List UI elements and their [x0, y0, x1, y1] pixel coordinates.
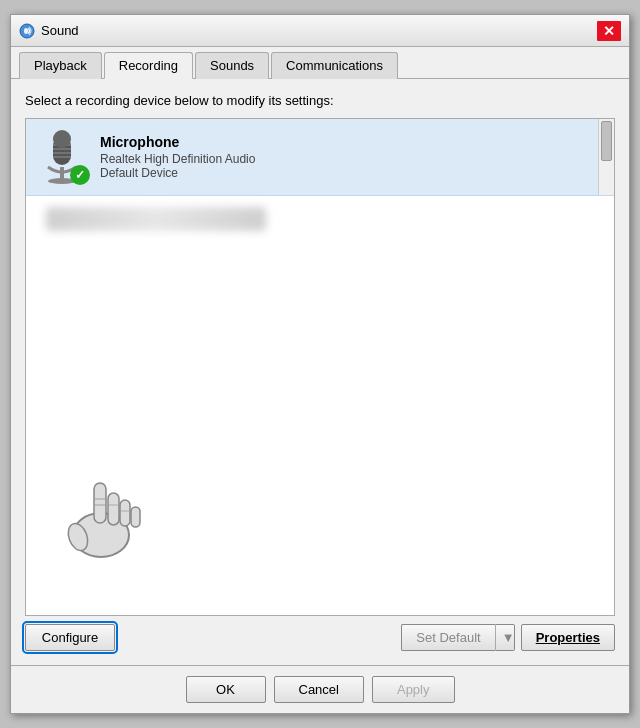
- svg-rect-11: [94, 483, 106, 523]
- hand-cursor-illustration: [56, 465, 146, 565]
- svg-rect-3: [60, 167, 64, 181]
- tab-playback[interactable]: Playback: [19, 52, 102, 79]
- scrollbar-thumb: [601, 121, 612, 161]
- svg-rect-13: [120, 500, 130, 526]
- device-status: Default Device: [100, 166, 608, 180]
- device-button-row: Configure Set Default ▼ Properties: [25, 616, 615, 655]
- svg-point-9: [53, 130, 71, 148]
- apply-button[interactable]: Apply: [372, 676, 455, 703]
- tab-bar: Playback Recording Sounds Communications: [11, 47, 629, 79]
- sound-dialog: Sound ✕ Playback Recording Sounds Commun…: [10, 14, 630, 714]
- ok-button[interactable]: OK: [186, 676, 266, 703]
- set-default-dropdown[interactable]: ▼: [495, 624, 515, 651]
- properties-button[interactable]: Properties: [521, 624, 615, 651]
- close-button[interactable]: ✕: [597, 21, 621, 41]
- set-default-wrap: Set Default ▼: [401, 624, 514, 651]
- svg-rect-12: [108, 493, 119, 525]
- device-icon-area: ✓: [32, 127, 92, 187]
- default-check-icon: ✓: [70, 165, 90, 185]
- device-list: ✓ Microphone Realtek High Definition Aud…: [25, 118, 615, 616]
- svg-rect-14: [131, 507, 140, 527]
- tab-content: Select a recording device below to modif…: [11, 79, 629, 665]
- blurred-device-item: [46, 207, 266, 231]
- svg-point-1: [24, 28, 28, 34]
- device-driver: Realtek High Definition Audio: [100, 152, 608, 166]
- dialog-footer: OK Cancel Apply: [11, 665, 629, 713]
- configure-button[interactable]: Configure: [25, 624, 115, 651]
- set-default-button[interactable]: Set Default: [401, 624, 494, 651]
- tab-communications[interactable]: Communications: [271, 52, 398, 79]
- tab-sounds[interactable]: Sounds: [195, 52, 269, 79]
- instruction-text: Select a recording device below to modif…: [25, 93, 615, 108]
- svg-point-10: [73, 513, 129, 557]
- svg-point-15: [65, 521, 91, 553]
- cancel-button[interactable]: Cancel: [274, 676, 364, 703]
- tab-recording[interactable]: Recording: [104, 52, 193, 79]
- device-item-microphone[interactable]: ✓ Microphone Realtek High Definition Aud…: [26, 119, 614, 196]
- title-bar: Sound ✕: [11, 15, 629, 47]
- device-name: Microphone: [100, 134, 608, 150]
- scrollbar[interactable]: [598, 119, 614, 195]
- sound-icon: [19, 23, 35, 39]
- window-title: Sound: [41, 23, 597, 38]
- device-info: Microphone Realtek High Definition Audio…: [92, 134, 608, 180]
